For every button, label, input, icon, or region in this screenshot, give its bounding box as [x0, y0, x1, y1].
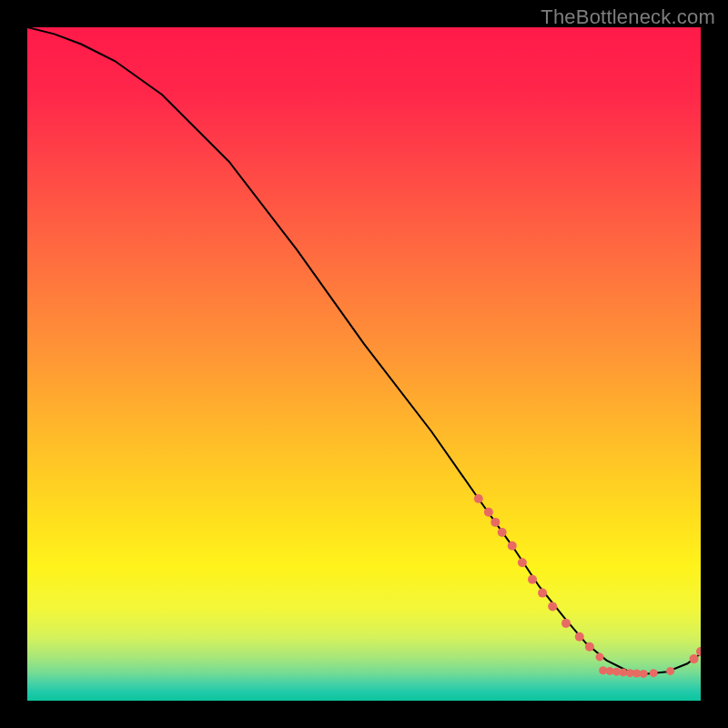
curve-marker	[474, 494, 483, 503]
watermark-label: TheBottleneck.com	[541, 5, 715, 29]
curve-marker	[508, 541, 517, 551]
curve-marker	[490, 518, 500, 527]
curve-markers	[474, 494, 701, 678]
curve-marker	[640, 670, 648, 678]
curve-marker	[538, 589, 547, 598]
curve-marker	[561, 619, 571, 628]
curve-marker	[498, 528, 507, 537]
curve-marker	[696, 647, 701, 656]
curve-marker	[596, 652, 604, 661]
curve-marker	[518, 558, 527, 567]
plot-area	[27, 27, 701, 701]
bottleneck-curve	[27, 27, 701, 673]
curve-marker	[650, 669, 658, 677]
chart-stage: TheBottleneck.com	[0, 0, 728, 728]
curve-marker	[548, 602, 557, 611]
curve-layer	[27, 27, 701, 701]
curve-marker	[690, 654, 699, 663]
curve-marker	[585, 642, 594, 652]
curve-marker	[575, 632, 584, 642]
curve-marker	[528, 575, 537, 584]
curve-marker	[666, 667, 674, 675]
curve-marker	[484, 508, 493, 517]
